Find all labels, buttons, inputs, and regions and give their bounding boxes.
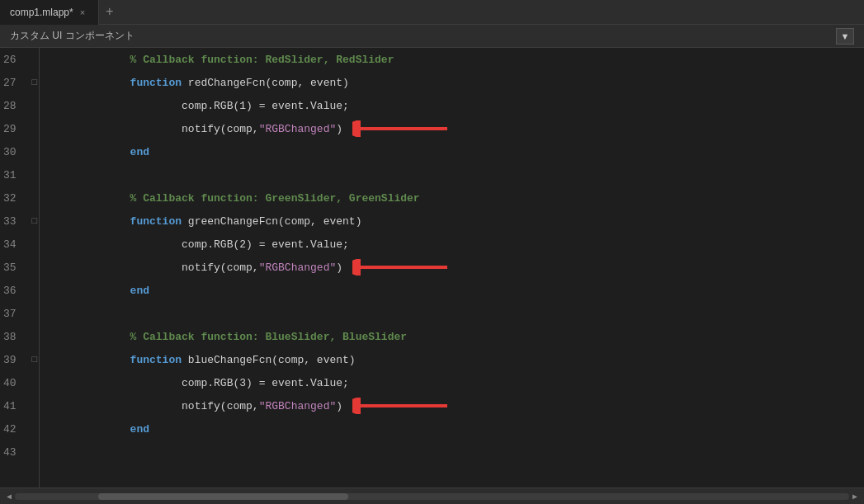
red-arrow-svg <box>352 398 451 414</box>
red-arrow-svg <box>352 259 451 276</box>
line-number-37: 37 <box>0 302 39 325</box>
line-number-40: 40 <box>0 371 39 394</box>
line-number-29: 29 <box>0 117 39 140</box>
title-bar: comp1.mlapp* × + <box>0 0 864 25</box>
line-number-41: 41 <box>0 394 39 417</box>
code-line-40: comp.RGB(3) = event.Value; <box>40 371 864 394</box>
code-editor[interactable]: 2627□282930313233□343536373839□40414243 … <box>0 48 864 488</box>
line-number-36: 36 <box>0 279 39 302</box>
code-line-35: notify(comp,"RGBChanged") <box>40 256 864 279</box>
scrollbar-thumb[interactable] <box>98 493 348 500</box>
subtitle-dropdown-button[interactable]: ▼ <box>836 28 854 45</box>
code-line-34: comp.RGB(2) = event.Value; <box>40 233 864 256</box>
code-line-41: notify(comp,"RGBChanged") <box>40 394 864 417</box>
line-number-31: 31 <box>0 163 39 186</box>
horizontal-scrollbar[interactable]: ◀ ▶ <box>0 488 864 504</box>
subtitle-bar: カスタム UI コンポーネント ▼ <box>0 25 864 48</box>
red-arrow-svg <box>352 120 451 137</box>
code-line-29: notify(comp,"RGBChanged") <box>40 117 864 140</box>
line-number-27: 27□ <box>0 71 39 94</box>
editor-tab[interactable]: comp1.mlapp* × <box>0 0 99 25</box>
line-number-33: 33□ <box>0 210 39 233</box>
code-container: 2627□282930313233□343536373839□40414243 … <box>0 48 864 488</box>
new-tab-button[interactable]: + <box>99 0 120 25</box>
code-line-38: % Callback function: BlueSlider, BlueSli… <box>40 325 864 348</box>
fold-indicator-39[interactable]: □ <box>31 355 37 365</box>
subtitle-text: カスタム UI コンポーネント <box>10 29 135 43</box>
code-area[interactable]: % Callback function: RedSlider, RedSlide… <box>40 48 864 488</box>
tab-close-button[interactable]: × <box>80 7 85 17</box>
scrollbar-track[interactable] <box>15 493 849 500</box>
code-line-33: function greenChangeFcn(comp, event) <box>40 210 864 233</box>
code-line-26: % Callback function: RedSlider, RedSlide… <box>40 48 864 71</box>
fold-indicator-27[interactable]: □ <box>31 78 37 87</box>
code-line-43 <box>40 440 864 464</box>
code-line-37 <box>40 302 864 325</box>
scroll-right-button[interactable]: ▶ <box>849 492 861 502</box>
code-line-30: end <box>40 140 864 163</box>
tab-label: comp1.mlapp* <box>10 7 73 18</box>
line-number-34: 34 <box>0 233 39 256</box>
fold-indicator-33[interactable]: □ <box>31 216 37 226</box>
line-number-26: 26 <box>0 48 39 71</box>
scroll-left-button[interactable]: ◀ <box>3 492 15 502</box>
code-line-28: comp.RGB(1) = event.Value; <box>40 94 864 117</box>
line-number-39: 39□ <box>0 348 39 371</box>
line-number-32: 32 <box>0 186 39 210</box>
code-line-36: end <box>40 279 864 302</box>
code-line-42: end <box>40 417 864 440</box>
line-numbers: 2627□282930313233□343536373839□40414243 <box>0 48 40 488</box>
red-arrow-annotation <box>352 120 451 137</box>
line-number-35: 35 <box>0 256 39 279</box>
red-arrow-annotation <box>352 398 451 414</box>
line-number-28: 28 <box>0 94 39 117</box>
code-line-27: function redChangeFcn(comp, event) <box>40 71 864 94</box>
code-line-32: % Callback function: GreenSlider, GreenS… <box>40 186 864 210</box>
line-number-30: 30 <box>0 140 39 163</box>
line-number-38: 38 <box>0 325 39 348</box>
code-line-31 <box>40 163 864 186</box>
red-arrow-annotation <box>352 259 451 276</box>
line-number-42: 42 <box>0 417 39 440</box>
code-line-39: function blueChangeFcn(comp, event) <box>40 348 864 371</box>
line-number-43: 43 <box>0 440 39 464</box>
